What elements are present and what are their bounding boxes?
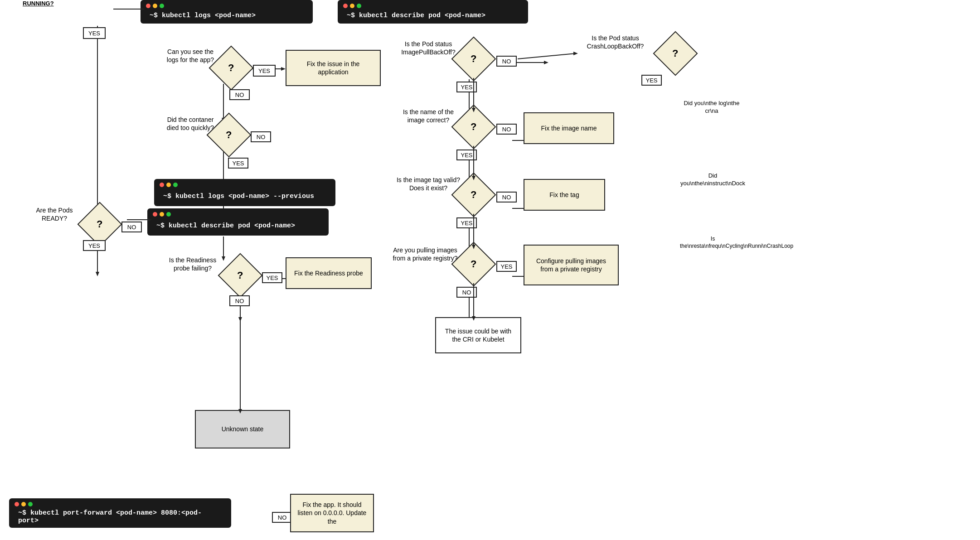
diamond-readiness-probe: ? [222,257,258,294]
yes-label-imagepullbackoff: YES [456,82,477,92]
box-fix-readiness-probe: Fix the Readiness probe [286,257,372,289]
box-fix-tag: Fix the tag [524,179,605,211]
did-you-logs-text: Did you\nthe log\nthe cr\na [680,100,743,115]
diamond-pods-ready: ? [82,206,118,242]
terminal-kubectl-logs-previous: ~$ kubectl logs <pod-name> --previous [154,179,335,206]
box-fix-issue-app: Fix the issue in the application [286,50,381,86]
svg-marker-41 [573,52,578,55]
box-fix-image-name: Fix the image name [524,112,614,144]
yes-label-pulling: YES [496,261,517,272]
terminal-kubectl-describe-top: ~$ kubectl describe pod <pod-name> [338,0,528,24]
terminal-kubectl-describe-mid: ~$ kubectl describe pod <pod-name> [147,208,329,236]
diamond-pulling-private: ? [456,246,492,282]
yes-label-pods-ready: YES [83,240,106,251]
yes-label-logs: YES [253,65,276,77]
yes-label-crashloopbackoff: YES [641,75,662,86]
flowchart-canvas: RUNNING? ~$ kubectl logs <pod-name> ~$ k… [0,0,980,540]
no-label-image-tag: NO [496,192,517,202]
box-fix-app-listen: Fix the app. It should listen on 0.0.0.0… [290,494,374,532]
crashloopbackoff-text: Is the Pod status CrashLoopBackOff? [576,34,655,50]
did-you-instruct-text: Did you\nthe\ninstruct\nDock [680,172,746,188]
no-label-readiness: NO [229,295,250,306]
svg-marker-7 [281,67,286,71]
terminal-kubectl-port-forward: ~$ kubectl port-forward <pod-name> 8080:… [9,498,231,528]
no-label-pods-ready: NO [121,222,142,232]
no-label-bottom: NO [272,512,292,523]
diamond-image-tag: ? [456,177,492,213]
pods-ready-text: Are the Pods READY? [23,206,86,222]
is-the-restart-text: Is the\nresta\nfrequ\nCycling\nRunni\nCr… [680,236,746,250]
no-label-pulling: NO [456,287,477,298]
diamond-imagepullbackoff: ? [456,41,492,77]
readiness-probe-text: Is the Readiness probe failing? [161,256,224,272]
no-label-image-name: NO [496,124,517,135]
diamond-image-name: ? [456,109,492,145]
diamond-logs: ? [213,50,249,86]
yes-label-image-tag: YES [456,217,477,228]
diamond-container-died: ? [211,117,247,153]
logs-question-text: Can you see the logs for the app? [163,48,218,64]
svg-line-40 [518,53,576,59]
terminal-kubectl-logs: ~$ kubectl logs <pod-name> [141,0,313,24]
yes-label-image-name: YES [456,149,477,160]
box-cri-kubelet: The issue could be with the CRI or Kubel… [435,317,521,353]
svg-marker-19 [544,61,548,64]
pulling-private-text: Are you pulling images from a private re… [389,246,461,262]
svg-marker-5 [96,272,99,276]
yes-label-readiness: YES [262,272,282,283]
diamond-crashloopbackoff: ? [657,35,694,72]
box-unknown-state: Unknown state [195,410,290,448]
running-label: RUNNING? [23,0,54,7]
box-configure-private-registry: Configure pulling images from a private … [524,245,619,285]
image-tag-text: Is the image tag valid? Does it exist? [394,176,462,192]
svg-marker-16 [238,317,242,322]
no-label-logs: NO [229,89,250,100]
yes-label-container-died: YES [228,158,248,169]
yes-label-running: YES [83,27,106,39]
no-label-imagepullbackoff: NO [496,56,517,67]
no-label-container-died: NO [251,131,271,142]
imagepullbackoff-text: Is the Pod status ImagePullBackOff? [394,40,462,56]
image-name-text: Is the name of the image correct? [394,108,462,124]
